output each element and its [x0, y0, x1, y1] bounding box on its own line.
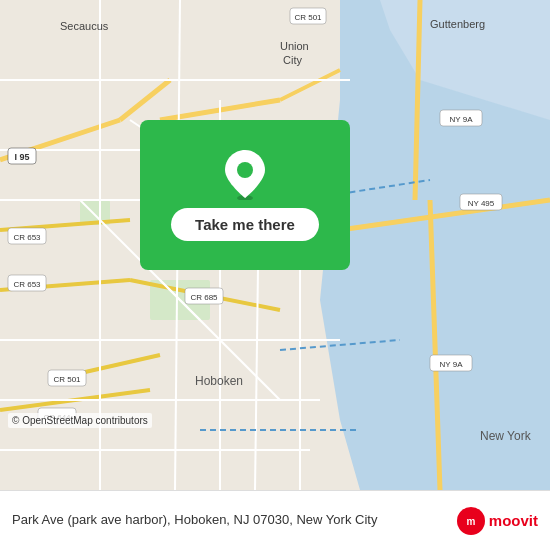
moovit-logo: m moovit [457, 507, 538, 535]
location-pin-icon [221, 150, 269, 198]
svg-text:NY 495: NY 495 [468, 199, 495, 208]
svg-text:I 95: I 95 [14, 152, 29, 162]
svg-text:CR 501: CR 501 [53, 375, 81, 384]
svg-point-61 [237, 162, 253, 178]
svg-text:NY 9A: NY 9A [450, 115, 474, 124]
osm-text: © OpenStreetMap contributors [12, 415, 148, 426]
svg-text:NY 9A: NY 9A [440, 360, 464, 369]
cta-panel: Take me there [140, 120, 350, 270]
map-container: I 95 CR 501 CR 653 CR 653 CR 685 CR 501 … [0, 0, 550, 490]
svg-text:CR 653: CR 653 [13, 233, 41, 242]
svg-text:Union: Union [280, 40, 309, 52]
svg-text:Guttenberg: Guttenberg [430, 18, 485, 30]
svg-text:CR 685: CR 685 [190, 293, 218, 302]
svg-text:CR 653: CR 653 [13, 280, 41, 289]
svg-text:Hoboken: Hoboken [195, 374, 243, 388]
take-me-there-button[interactable]: Take me there [171, 208, 319, 241]
address-label: Park Ave (park ave harbor), Hoboken, NJ … [12, 512, 377, 527]
svg-text:CR 501: CR 501 [294, 13, 322, 22]
svg-text:Secaucus: Secaucus [60, 20, 109, 32]
moovit-label: moovit [489, 512, 538, 529]
svg-text:m: m [466, 516, 475, 527]
address-text: Park Ave (park ave harbor), Hoboken, NJ … [12, 512, 449, 529]
info-bar: Park Ave (park ave harbor), Hoboken, NJ … [0, 490, 550, 550]
moovit-icon: m [457, 507, 485, 535]
osm-attribution: © OpenStreetMap contributors [8, 413, 152, 428]
svg-text:City: City [283, 54, 302, 66]
svg-text:New York: New York [480, 429, 532, 443]
